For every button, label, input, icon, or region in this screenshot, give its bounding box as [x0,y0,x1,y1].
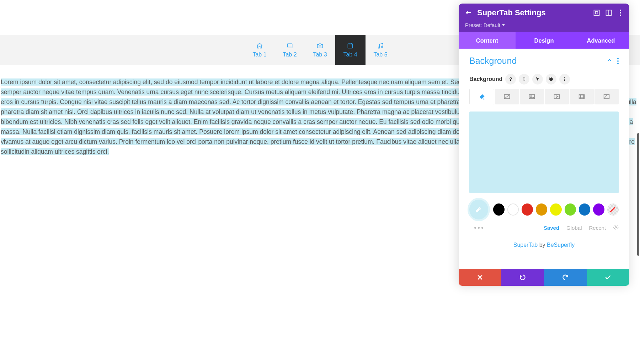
svg-rect-17 [554,94,560,99]
svg-point-13 [483,98,484,99]
eyedropper-tool[interactable] [469,200,488,219]
swatch-actions-row: Saved Global Recent [469,224,619,231]
caret-down-icon [502,24,505,26]
svg-point-3 [378,47,380,48]
collapse-section-icon[interactable] [607,58,612,65]
preview-tab-label: Tab 3 [313,51,327,58]
preview-tab-5[interactable]: Tab 5 [366,35,396,65]
preview-tab-label: Tab 2 [283,51,297,58]
swatch-orange[interactable] [536,203,547,216]
back-arrow-icon[interactable] [464,9,472,17]
bg-tab-mask[interactable] [594,89,619,104]
svg-rect-0 [287,44,292,47]
bg-tab-image[interactable] [520,89,544,104]
panel-scrollbar[interactable] [637,133,639,256]
field-kebab-icon[interactable] [559,74,570,85]
field-label-background: Background [469,76,502,82]
svg-point-4 [382,46,383,48]
hover-cursor-icon[interactable] [532,74,543,85]
calendar-icon [347,42,354,49]
swatch-transparent[interactable] [607,203,619,216]
home-icon [256,42,263,49]
swatch-white[interactable] [507,203,519,216]
preview-tab-4[interactable]: Tab 4 [335,35,366,65]
svg-point-9 [524,80,524,81]
section-title[interactable]: Background [469,56,607,66]
panel-body: Background Background ? [459,49,629,269]
bg-tab-pattern[interactable] [570,89,594,104]
swatch-red[interactable] [522,203,533,216]
laptop-icon [286,42,293,49]
swatch-yellow[interactable] [550,203,561,216]
svg-rect-2 [348,44,352,48]
undo-button[interactable] [501,269,544,286]
bg-tab-video[interactable] [545,89,569,104]
expand-icon[interactable] [593,9,600,16]
kebab-menu-icon[interactable] [617,10,624,16]
preview-tab-2[interactable]: Tab 2 [275,35,305,65]
section-kebab-icon[interactable] [617,58,619,64]
preview-tab-3[interactable]: Tab 3 [305,35,335,65]
music-icon [377,42,384,49]
svg-rect-6 [596,12,598,14]
credit-author-link[interactable]: BeSuperfly [547,242,575,248]
panel-header: SuperTab Settings Preset: Default [459,4,629,32]
cancel-button[interactable] [459,269,501,286]
color-preview[interactable] [469,112,619,193]
swatch-blue[interactable] [579,203,590,216]
help-icon[interactable]: ? [505,74,516,85]
swatch-tab-saved[interactable]: Saved [544,225,559,231]
credit-product-link[interactable]: SuperTab [513,242,538,248]
preview-tab-label: Tab 1 [252,51,266,58]
svg-point-12 [564,80,565,81]
panel-tab-content[interactable]: Content [459,32,516,49]
panel-tab-design[interactable]: Design [516,32,572,49]
svg-point-10 [564,77,565,78]
background-type-tabs [469,89,619,104]
swatch-green[interactable] [565,203,576,216]
preset-selector[interactable]: Preset: Default [459,22,629,32]
panel-credit: SuperTab by BeSuperfly [469,231,619,252]
swatch-tab-global[interactable]: Global [566,225,582,231]
svg-point-20 [615,227,617,228]
swatch-black[interactable] [493,203,505,216]
redo-button[interactable] [544,269,587,286]
bg-tab-color[interactable] [469,89,494,104]
more-swatches-icon[interactable] [474,227,483,229]
svg-point-11 [564,79,565,80]
columns-icon[interactable] [605,9,612,16]
svg-point-1 [319,45,321,47]
save-button[interactable] [587,269,629,286]
reset-icon[interactable] [546,74,556,85]
panel-footer [459,269,629,286]
swatch-purple[interactable] [593,203,604,216]
color-swatches [469,200,619,219]
swatch-settings-icon[interactable] [613,224,619,231]
panel-tab-advanced[interactable]: Advanced [572,32,629,49]
panel-title: SuperTab Settings [477,8,588,17]
svg-point-16 [530,96,532,97]
panel-tabs: Content Design Advanced [459,32,629,49]
responsive-phone-icon[interactable] [519,74,529,85]
preview-tab-label: Tab 5 [373,51,387,58]
settings-panel: SuperTab Settings Preset: Default Conten… [459,4,629,286]
swatch-tab-recent[interactable]: Recent [589,225,606,231]
bg-tab-gradient[interactable] [495,89,519,104]
preview-tab-label: Tab 4 [343,51,357,58]
camera-icon [316,42,324,49]
preview-tab-1[interactable]: Tab 1 [245,35,275,65]
svg-rect-5 [594,10,599,16]
